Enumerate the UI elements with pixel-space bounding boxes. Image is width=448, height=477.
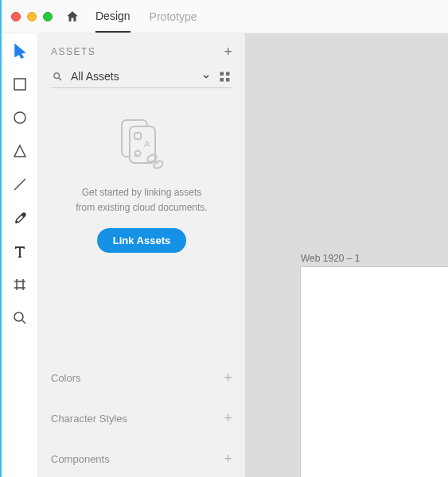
link-assets-button-label: Link Assets	[113, 235, 171, 246]
maximize-window-button[interactable]	[43, 12, 53, 21]
ellipse-tool[interactable]	[12, 110, 28, 126]
search-icon	[53, 72, 63, 82]
grid-view-icon[interactable]	[219, 71, 231, 83]
rectangle-tool[interactable]	[12, 76, 28, 92]
section-colors[interactable]: Colors +	[38, 359, 245, 396]
text-tool[interactable]	[12, 243, 28, 259]
assets-filter-label: All Assets	[71, 70, 193, 83]
app-body: ASSETS + All Assets A	[2, 33, 448, 477]
polygon-tool[interactable]	[12, 143, 28, 159]
linked-assets-illustration-icon: A	[117, 118, 166, 171]
window-controls	[11, 12, 53, 21]
link-assets-button[interactable]: Link Assets	[97, 228, 187, 253]
svg-rect-9	[130, 126, 155, 163]
app-window: Design Prototype	[0, 0, 448, 477]
assets-panel-title: ASSETS	[51, 46, 95, 57]
zoom-tool[interactable]	[12, 310, 28, 326]
empty-state-line2: from existing cloud documents.	[76, 200, 207, 215]
select-tool[interactable]	[12, 43, 28, 59]
svg-point-2	[14, 312, 23, 321]
svg-point-1	[14, 112, 25, 123]
section-components-label: Components	[51, 453, 110, 465]
svg-rect-7	[226, 78, 230, 82]
assets-empty-state: A Get started by linking assets from exi…	[38, 93, 245, 269]
chevron-down-icon[interactable]	[201, 72, 211, 81]
home-icon[interactable]	[65, 10, 80, 24]
svg-text:A: A	[144, 139, 150, 149]
svg-rect-4	[220, 72, 224, 76]
tool-strip	[2, 33, 38, 477]
artboard-tool[interactable]	[12, 277, 28, 293]
canvas[interactable]: Web 1920 – 1	[245, 33, 448, 477]
pen-tool[interactable]	[12, 210, 28, 226]
add-asset-button[interactable]: +	[224, 45, 232, 59]
add-character-style-button[interactable]: +	[224, 411, 232, 425]
svg-rect-6	[220, 78, 224, 82]
mode-tabs: Design Prototype	[95, 0, 197, 33]
section-components[interactable]: Components +	[38, 440, 245, 477]
empty-state-line1: Get started by linking assets	[82, 185, 202, 200]
artboard-label[interactable]: Web 1920 – 1	[301, 253, 360, 264]
svg-rect-0	[14, 79, 25, 90]
add-component-button[interactable]: +	[224, 452, 232, 466]
svg-point-3	[54, 72, 60, 78]
tab-prototype[interactable]: Prototype	[150, 0, 197, 33]
artboard[interactable]	[301, 267, 448, 477]
assets-filter-row[interactable]: All Assets	[51, 65, 232, 88]
assets-panel-header: ASSETS +	[38, 33, 245, 65]
line-tool[interactable]	[12, 176, 28, 192]
svg-rect-5	[226, 72, 230, 76]
tab-design[interactable]: Design	[95, 0, 131, 33]
section-colors-label: Colors	[51, 372, 81, 384]
titlebar: Design Prototype	[2, 0, 448, 33]
tab-design-label: Design	[95, 10, 131, 22]
assets-panel: ASSETS + All Assets A	[38, 33, 245, 477]
add-color-button[interactable]: +	[224, 370, 232, 385]
minimize-window-button[interactable]	[27, 12, 37, 21]
section-character-styles[interactable]: Character Styles +	[38, 399, 245, 436]
section-character-styles-label: Character Styles	[51, 413, 127, 425]
close-window-button[interactable]	[11, 12, 21, 21]
tab-prototype-label: Prototype	[150, 10, 197, 23]
